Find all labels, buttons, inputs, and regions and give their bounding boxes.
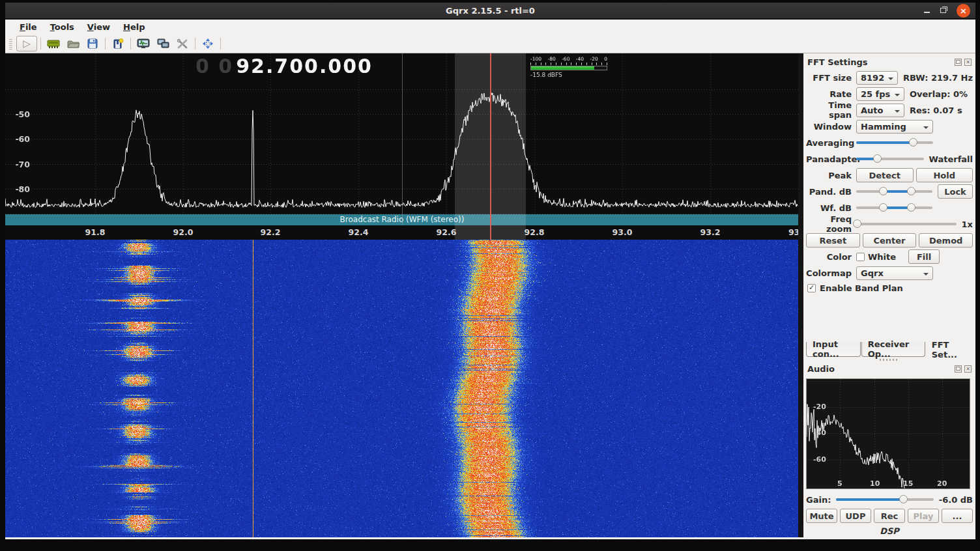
audio-title: Audio — [807, 364, 952, 374]
fill-button[interactable]: Fill — [908, 249, 940, 264]
computers-icon — [157, 38, 169, 49]
udp-button[interactable]: UDP — [840, 509, 871, 523]
color-label: Color — [806, 252, 852, 262]
meter-ruler — [530, 63, 607, 65]
center-button[interactable]: Center — [863, 233, 917, 247]
close-icon[interactable]: × — [957, 4, 970, 18]
meter-bar — [530, 66, 607, 70]
time-span-label: Time span — [806, 100, 852, 120]
freq-zoom-label: Freq zoom — [806, 214, 852, 234]
window-title: Gqrx 2.15.5 - rtl=0 — [446, 6, 535, 16]
tab-fft-settings[interactable]: FFT Set... — [926, 342, 972, 357]
frequency-readout[interactable]: 0 092.700.000 — [195, 55, 373, 78]
signal-meter: -100 -80 -60 -40 -20 0 -15.8 dBFS — [530, 56, 607, 78]
dsp-label: DSP — [806, 526, 973, 536]
freq-zoom-slider[interactable] — [856, 219, 957, 229]
frequency-axis: 91.8 92.0 92.2 92.4 92.6 92.8 93.0 93.2 … — [5, 225, 798, 240]
waterfall-db-range-slider[interactable] — [856, 203, 932, 213]
res-value: Res: 0.07 s — [910, 106, 962, 115]
overlap-value: Overlap: 0% — [910, 89, 968, 99]
floppy-disk-icon — [87, 38, 98, 49]
pan-waterfall-split-slider[interactable] — [856, 154, 924, 164]
freq-tick: 92.4 — [349, 227, 369, 237]
colormap-select[interactable]: Gqrx — [856, 266, 933, 280]
bookmarks-button[interactable] — [109, 36, 127, 51]
chevron-down-icon — [923, 273, 929, 278]
waterfall[interactable] — [5, 240, 798, 537]
toolbar-drag-handle[interactable] — [9, 38, 12, 49]
center-frequency-line — [402, 53, 403, 225]
white-checkbox-label: White — [868, 252, 896, 262]
dock-float-icon[interactable] — [955, 59, 962, 66]
freq-tick: 93.0 — [612, 227, 633, 237]
audio-fft-plot: -20 -40 -60 5 10 15 20 — [806, 378, 970, 489]
save-button[interactable] — [83, 36, 102, 51]
panadapter-label: Panadapter — [806, 154, 852, 164]
menubar: File Tools View Help — [5, 20, 975, 35]
rec-button[interactable]: Rec — [874, 509, 905, 523]
menu-help[interactable]: Help — [117, 21, 151, 33]
peak-hold-button[interactable]: Hold — [916, 168, 973, 182]
dock-close-icon[interactable]: ✕ — [964, 59, 972, 66]
monitor-waveform-icon — [137, 38, 150, 49]
move-arrows-icon — [202, 38, 214, 49]
white-checkbox[interactable] — [856, 253, 865, 261]
averaging-slider[interactable] — [856, 137, 933, 148]
time-span-select[interactable]: Auto — [856, 104, 904, 117]
minimize-icon[interactable] — [924, 12, 930, 13]
maximize-icon[interactable] — [940, 8, 946, 13]
demod-button[interactable]: Demod — [919, 233, 973, 247]
averaging-label: Averaging — [806, 138, 852, 148]
wf-db-label: Wf. dB — [806, 203, 852, 213]
open-file-button[interactable] — [64, 36, 82, 51]
rate-select[interactable]: 25 fps — [856, 87, 904, 101]
mute-button[interactable]: Mute — [806, 509, 837, 523]
fft-size-select[interactable]: 8192 — [856, 71, 898, 85]
play-button[interactable]: Play — [908, 509, 939, 523]
menu-tools[interactable]: Tools — [44, 21, 81, 33]
freq-tick: 93.2 — [700, 227, 721, 237]
pandapter-db-range-slider[interactable] — [856, 186, 932, 197]
window-select[interactable]: Hamming — [856, 120, 933, 134]
iq-tool-button[interactable] — [134, 36, 152, 51]
freq-tick: 92.8 — [525, 227, 545, 237]
enable-band-plan-label: Enable Band Plan — [820, 283, 903, 293]
enable-band-plan-checkbox[interactable] — [807, 284, 816, 292]
freq-leading-zeros: 0 0 — [195, 55, 233, 78]
settings-panel: FFT Settings ✕ FFT size 8192 RBW: 219.7 … — [803, 53, 975, 537]
lock-button[interactable]: Lock — [938, 184, 973, 199]
tools-icon — [177, 38, 188, 49]
peak-detect-button[interactable]: Detect — [856, 168, 914, 182]
menu-file[interactable]: File — [13, 21, 44, 33]
io-devices-button[interactable] — [44, 36, 63, 51]
reset-button[interactable]: Reset — [806, 233, 860, 247]
start-dsp-button[interactable]: ▷ — [16, 36, 37, 51]
menu-view[interactable]: View — [81, 21, 117, 33]
settings-tools-button[interactable] — [173, 36, 192, 51]
tab-input-controls[interactable]: Input con... — [806, 342, 861, 357]
freq-tick: 92.6 — [437, 227, 457, 237]
audio-gain-slider[interactable] — [836, 494, 933, 505]
window-label: Window — [806, 122, 852, 132]
chevron-down-icon — [923, 126, 929, 132]
play-icon: ▷ — [23, 38, 31, 49]
tuned-frequency-line[interactable] — [490, 53, 491, 240]
more-button[interactable]: ... — [942, 509, 973, 523]
dock-close-icon[interactable]: ✕ — [964, 365, 972, 373]
tab-receiver-options[interactable]: Receiver Op... — [861, 342, 925, 357]
dock-float-icon[interactable] — [955, 365, 962, 373]
chevron-down-icon — [895, 94, 900, 99]
freq-tick: 91.8 — [85, 227, 106, 237]
pand-db-label: Pand. dB — [806, 187, 852, 197]
freq-tick: 93. — [788, 227, 798, 237]
dock-splitter-handle[interactable] — [880, 359, 899, 361]
remote-control-button[interactable] — [154, 36, 172, 51]
rate-label: Rate — [806, 89, 852, 99]
bookmark-icon — [113, 38, 124, 49]
peak-label: Peak — [806, 171, 852, 180]
freq-tick: 92.2 — [261, 227, 281, 237]
titlebar[interactable]: Gqrx 2.15.5 - rtl=0 × — [5, 3, 975, 18]
toolbar: ▷ — [5, 35, 975, 53]
fullscreen-button[interactable] — [199, 36, 217, 51]
waterfall-label: Waterfall — [929, 154, 973, 164]
